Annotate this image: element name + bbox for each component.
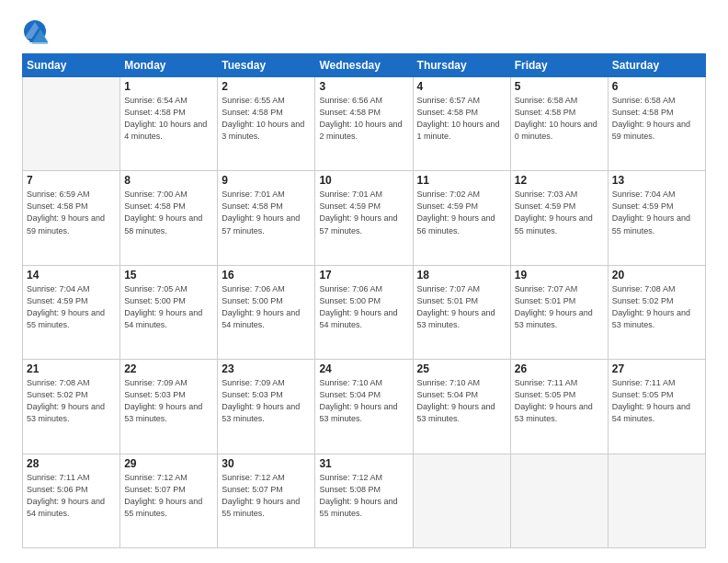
day-number: 3 [319,80,408,93]
weekday-header-row: SundayMondayTuesdayWednesdayThursdayFrid… [23,54,706,77]
calendar-cell: 6Sunrise: 6:58 AMSunset: 4:58 PMDaylight… [608,77,705,171]
weekday-header-wednesday: Wednesday [315,54,413,77]
logo-icon [22,18,48,44]
calendar-cell: 5Sunrise: 6:58 AMSunset: 4:58 PMDaylight… [510,77,608,171]
day-info: Sunrise: 7:05 AMSunset: 5:00 PMDaylight:… [124,283,213,331]
day-number: 27 [612,362,701,375]
day-number: 7 [27,174,116,187]
day-info: Sunrise: 7:10 AMSunset: 5:04 PMDaylight:… [417,377,506,425]
calendar-cell: 28Sunrise: 7:11 AMSunset: 5:06 PMDayligh… [23,454,120,547]
day-number: 5 [515,80,604,93]
day-info: Sunrise: 7:08 AMSunset: 5:02 PMDaylight:… [27,377,116,425]
day-number: 17 [319,269,408,282]
day-info: Sunrise: 6:57 AMSunset: 4:58 PMDaylight:… [417,95,506,143]
day-number: 16 [222,269,311,282]
week-row-2: 7Sunrise: 6:59 AMSunset: 4:58 PMDaylight… [23,171,706,265]
day-info: Sunrise: 6:54 AMSunset: 4:58 PMDaylight:… [124,95,213,143]
week-row-1: 1Sunrise: 6:54 AMSunset: 4:58 PMDaylight… [23,77,706,171]
calendar-cell [510,454,608,547]
calendar-table: SundayMondayTuesdayWednesdayThursdayFrid… [22,53,706,548]
day-info: Sunrise: 7:02 AMSunset: 4:59 PMDaylight:… [417,189,506,236]
day-number: 6 [612,80,701,93]
calendar-cell [413,454,510,547]
day-number: 18 [417,269,506,282]
day-info: Sunrise: 7:12 AMSunset: 5:07 PMDaylight:… [124,472,213,520]
day-info: Sunrise: 7:08 AMSunset: 5:02 PMDaylight:… [612,283,701,331]
calendar-cell: 26Sunrise: 7:11 AMSunset: 5:05 PMDayligh… [510,360,608,454]
week-row-4: 21Sunrise: 7:08 AMSunset: 5:02 PMDayligh… [23,360,706,454]
calendar-cell: 22Sunrise: 7:09 AMSunset: 5:03 PMDayligh… [120,360,218,454]
calendar-cell: 17Sunrise: 7:06 AMSunset: 5:00 PMDayligh… [315,265,413,359]
calendar-cell: 21Sunrise: 7:08 AMSunset: 5:02 PMDayligh… [23,360,120,454]
day-number: 30 [222,457,311,470]
calendar-cell: 4Sunrise: 6:57 AMSunset: 4:58 PMDaylight… [413,77,510,171]
day-number: 31 [319,457,408,470]
calendar-cell: 3Sunrise: 6:56 AMSunset: 4:58 PMDaylight… [315,77,413,171]
day-info: Sunrise: 7:11 AMSunset: 5:06 PMDaylight:… [27,472,116,520]
calendar-cell: 11Sunrise: 7:02 AMSunset: 4:59 PMDayligh… [413,171,510,265]
calendar-cell: 24Sunrise: 7:10 AMSunset: 5:04 PMDayligh… [315,360,413,454]
day-number: 25 [417,362,506,375]
day-info: Sunrise: 6:56 AMSunset: 4:58 PMDaylight:… [319,95,408,143]
calendar-cell: 18Sunrise: 7:07 AMSunset: 5:01 PMDayligh… [413,265,510,359]
calendar-body: 1Sunrise: 6:54 AMSunset: 4:58 PMDaylight… [23,77,706,548]
day-number: 11 [417,174,506,187]
day-number: 12 [515,174,604,187]
day-info: Sunrise: 7:06 AMSunset: 5:00 PMDaylight:… [319,283,408,331]
logo [22,18,51,44]
calendar-cell: 30Sunrise: 7:12 AMSunset: 5:07 PMDayligh… [218,454,315,547]
calendar-cell: 12Sunrise: 7:03 AMSunset: 4:59 PMDayligh… [510,171,608,265]
calendar-cell: 19Sunrise: 7:07 AMSunset: 5:01 PMDayligh… [510,265,608,359]
weekday-header-tuesday: Tuesday [218,54,315,77]
day-info: Sunrise: 7:01 AMSunset: 4:59 PMDaylight:… [319,189,408,236]
day-number: 23 [222,362,311,375]
week-row-5: 28Sunrise: 7:11 AMSunset: 5:06 PMDayligh… [23,454,706,547]
day-info: Sunrise: 7:06 AMSunset: 5:00 PMDaylight:… [222,283,311,331]
day-info: Sunrise: 7:10 AMSunset: 5:04 PMDaylight:… [319,377,408,425]
week-row-3: 14Sunrise: 7:04 AMSunset: 4:59 PMDayligh… [23,265,706,359]
calendar-cell: 16Sunrise: 7:06 AMSunset: 5:00 PMDayligh… [218,265,315,359]
calendar-cell: 23Sunrise: 7:09 AMSunset: 5:03 PMDayligh… [218,360,315,454]
day-info: Sunrise: 7:04 AMSunset: 4:59 PMDaylight:… [612,189,701,236]
day-number: 20 [612,269,701,282]
calendar-cell: 9Sunrise: 7:01 AMSunset: 4:58 PMDaylight… [218,171,315,265]
day-number: 1 [124,80,213,93]
calendar-cell: 14Sunrise: 7:04 AMSunset: 4:59 PMDayligh… [23,265,120,359]
calendar-cell: 1Sunrise: 6:54 AMSunset: 4:58 PMDaylight… [120,77,218,171]
day-number: 10 [319,174,408,187]
calendar-cell: 27Sunrise: 7:11 AMSunset: 5:05 PMDayligh… [608,360,705,454]
weekday-header-sunday: Sunday [23,54,120,77]
page: SundayMondayTuesdayWednesdayThursdayFrid… [0,0,728,563]
day-number: 26 [515,362,604,375]
day-number: 29 [124,457,213,470]
day-number: 2 [222,80,311,93]
day-info: Sunrise: 7:00 AMSunset: 4:58 PMDaylight:… [124,189,213,236]
weekday-header-thursday: Thursday [413,54,510,77]
header [22,18,706,44]
day-info: Sunrise: 7:12 AMSunset: 5:07 PMDaylight:… [222,472,311,520]
day-number: 13 [612,174,701,187]
day-info: Sunrise: 7:11 AMSunset: 5:05 PMDaylight:… [612,377,701,425]
calendar-cell: 2Sunrise: 6:55 AMSunset: 4:58 PMDaylight… [218,77,315,171]
weekday-header-monday: Monday [120,54,218,77]
calendar-cell: 20Sunrise: 7:08 AMSunset: 5:02 PMDayligh… [608,265,705,359]
calendar-cell: 31Sunrise: 7:12 AMSunset: 5:08 PMDayligh… [315,454,413,547]
day-info: Sunrise: 7:09 AMSunset: 5:03 PMDaylight:… [222,377,311,425]
day-info: Sunrise: 7:07 AMSunset: 5:01 PMDaylight:… [417,283,506,331]
day-number: 19 [515,269,604,282]
calendar-cell: 10Sunrise: 7:01 AMSunset: 4:59 PMDayligh… [315,171,413,265]
day-number: 9 [222,174,311,187]
day-info: Sunrise: 6:59 AMSunset: 4:58 PMDaylight:… [27,189,116,236]
day-number: 4 [417,80,506,93]
calendar-cell: 13Sunrise: 7:04 AMSunset: 4:59 PMDayligh… [608,171,705,265]
day-number: 15 [124,269,213,282]
day-info: Sunrise: 7:11 AMSunset: 5:05 PMDaylight:… [515,377,604,425]
day-number: 21 [27,362,116,375]
day-number: 24 [319,362,408,375]
day-info: Sunrise: 6:55 AMSunset: 4:58 PMDaylight:… [222,95,311,143]
calendar-cell: 15Sunrise: 7:05 AMSunset: 5:00 PMDayligh… [120,265,218,359]
day-number: 22 [124,362,213,375]
calendar-cell: 25Sunrise: 7:10 AMSunset: 5:04 PMDayligh… [413,360,510,454]
day-info: Sunrise: 7:01 AMSunset: 4:58 PMDaylight:… [222,189,311,236]
calendar-cell [23,77,120,171]
